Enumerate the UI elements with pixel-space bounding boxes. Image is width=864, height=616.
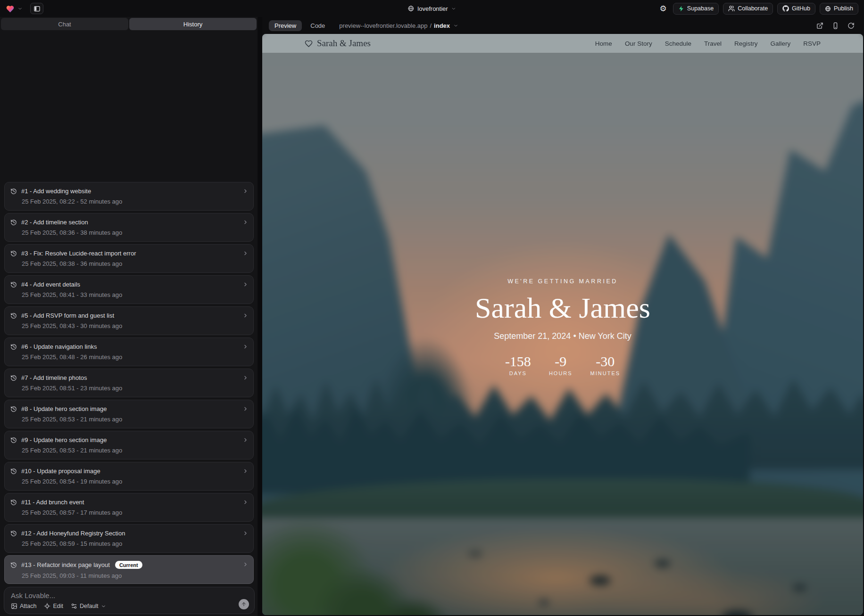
history-icon: [10, 344, 17, 350]
site-nav-links: Home Our Story Schedule Travel Registry …: [595, 40, 821, 47]
history-icon: [10, 250, 17, 257]
hero-subtitle: September 21, 2024 • New York City: [262, 331, 863, 341]
arrow-up-icon: [241, 601, 247, 607]
current-badge: Current: [115, 561, 142, 569]
supabase-bolt-icon: [678, 6, 684, 12]
site-nav-travel[interactable]: Travel: [704, 40, 722, 47]
lovable-logo-icon[interactable]: [6, 5, 15, 13]
history-item[interactable]: #12 - Add Honeyfund Registry Section 25 …: [4, 524, 254, 553]
ask-lovable-input[interactable]: [11, 591, 249, 600]
locate-target-icon: [44, 603, 50, 609]
history-item[interactable]: #6 - Update navigation links 25 Feb 2025…: [4, 337, 254, 366]
hero-content: WE'RE GETTING MARRIED Sarah & James Sept…: [262, 278, 863, 376]
history-date: 25 Feb 2025, 08:43 - 30 minutes ago: [22, 322, 247, 329]
github-icon: [782, 5, 789, 12]
history-date: 25 Feb 2025, 08:38 - 36 minutes ago: [22, 260, 247, 267]
mobile-view-icon[interactable]: [832, 22, 839, 29]
image-icon: [11, 603, 17, 609]
history-item-current[interactable]: #13 - Refactor index page layout Current…: [4, 555, 254, 584]
tab-chat[interactable]: Chat: [1, 18, 128, 30]
mode-select[interactable]: Default: [71, 603, 106, 609]
collaborate-button[interactable]: Collaborate: [723, 3, 773, 15]
settings-gear-icon[interactable]: ⚙: [658, 4, 669, 14]
current-page: index: [434, 22, 450, 29]
chevron-right-icon: [242, 281, 249, 287]
site-nav-registry[interactable]: Registry: [734, 40, 758, 47]
history-item[interactable]: #10 - Update proposal image 25 Feb 2025,…: [4, 462, 254, 491]
app-topbar: lovefrontier ⚙ Supabase Collaborate GitH…: [0, 0, 864, 17]
supabase-button[interactable]: Supabase: [673, 3, 719, 15]
history-icon: [10, 406, 17, 412]
history-date: 25 Feb 2025, 08:48 - 26 minutes ago: [22, 353, 247, 361]
chevron-right-icon: [242, 437, 249, 443]
history-item[interactable]: #7 - Add timeline photos 25 Feb 2025, 08…: [4, 369, 254, 397]
history-icon: [10, 562, 17, 568]
publish-globe-icon: [825, 6, 831, 12]
github-button[interactable]: GitHub: [777, 3, 815, 15]
history-date: 25 Feb 2025, 08:41 - 33 minutes ago: [22, 291, 247, 298]
refresh-icon[interactable]: [847, 22, 855, 29]
site-nav-schedule[interactable]: Schedule: [665, 40, 691, 47]
site-nav-rsvp[interactable]: RSVP: [803, 40, 821, 47]
history-icon: [10, 188, 17, 195]
history-item[interactable]: #3 - Fix: Resolve Lucide-react import er…: [4, 244, 254, 273]
chat-history-panel: Chat History #1 - Add wedding website 25…: [0, 17, 258, 616]
chevron-right-icon: [242, 375, 249, 381]
preview-panel: Preview Code preview--lovefrontier.lovab…: [262, 17, 864, 616]
history-item[interactable]: #11 - Add brunch event 25 Feb 2025, 08:5…: [4, 493, 254, 522]
panel-left-icon: [33, 5, 41, 12]
history-icon: [10, 219, 17, 226]
tab-preview[interactable]: Preview: [269, 20, 302, 31]
site-logo[interactable]: Sarah & James: [305, 38, 371, 49]
history-date: 25 Feb 2025, 08:53 - 21 minutes ago: [22, 447, 247, 454]
site-preview-frame: Sarah & James Home Our Story Schedule Tr…: [262, 34, 863, 615]
site-nav-home[interactable]: Home: [595, 40, 612, 47]
publish-button[interactable]: Publish: [820, 3, 858, 15]
edit-button[interactable]: Edit: [44, 603, 63, 609]
logo-chevron-down-icon[interactable]: [17, 6, 23, 11]
globe-icon: [407, 5, 414, 12]
attach-button[interactable]: Attach: [11, 603, 36, 609]
preview-url[interactable]: preview--lovefrontier.lovable.app / inde…: [339, 22, 458, 29]
history-list: #1 - Add wedding website 25 Feb 2025, 08…: [4, 182, 254, 584]
url-chevron-down-icon: [453, 23, 458, 28]
history-icon: [10, 312, 17, 319]
site-nav-gallery[interactable]: Gallery: [770, 40, 790, 47]
chevron-down-icon: [101, 604, 106, 609]
chevron-right-icon: [242, 188, 249, 194]
history-icon: [10, 281, 17, 288]
send-button[interactable]: [239, 599, 249, 609]
history-date: 25 Feb 2025, 08:59 - 15 minutes ago: [22, 540, 247, 547]
history-date: 25 Feb 2025, 08:51 - 23 minutes ago: [22, 385, 247, 392]
chevron-right-icon: [242, 499, 249, 505]
users-icon: [728, 5, 735, 12]
chevron-right-icon: [242, 468, 249, 474]
site-navbar: Sarah & James Home Our Story Schedule Tr…: [262, 34, 863, 53]
history-item[interactable]: #2 - Add timeline section 25 Feb 2025, 0…: [4, 213, 254, 242]
history-item[interactable]: #5 - Add RSVP form and guest list 25 Feb…: [4, 306, 254, 335]
countdown-minutes: -30 MINUTES: [590, 353, 621, 376]
tab-history[interactable]: History: [129, 18, 257, 30]
history-item[interactable]: #1 - Add wedding website 25 Feb 2025, 08…: [4, 182, 254, 211]
project-chevron-down-icon: [451, 6, 457, 11]
heart-icon: [305, 40, 313, 47]
history-item[interactable]: #8 - Update hero section image 25 Feb 20…: [4, 400, 254, 428]
preview-header: Preview Code preview--lovefrontier.lovab…: [262, 17, 864, 34]
history-date: 25 Feb 2025, 08:22 - 52 minutes ago: [22, 198, 247, 205]
hero-title: Sarah & James: [262, 291, 863, 325]
history-item[interactable]: #4 - Add event details 25 Feb 2025, 08:4…: [4, 275, 254, 304]
open-external-icon[interactable]: [816, 22, 823, 29]
sliders-icon: [71, 603, 77, 609]
chevron-right-icon: [242, 406, 249, 412]
site-nav-our-story[interactable]: Our Story: [625, 40, 652, 47]
project-switcher[interactable]: lovefrontier: [407, 5, 456, 12]
tab-code[interactable]: Code: [308, 20, 327, 31]
sidebar-toggle-button[interactable]: [30, 3, 43, 14]
history-date: 25 Feb 2025, 08:53 - 21 minutes ago: [22, 416, 247, 423]
prompt-composer: Attach Edit Default: [4, 587, 255, 614]
history-item[interactable]: #9 - Update hero section image 25 Feb 20…: [4, 431, 254, 460]
chevron-right-icon: [242, 312, 249, 319]
countdown-days: -158 DAYS: [505, 353, 531, 376]
project-name: lovefrontier: [417, 5, 448, 12]
history-date: 25 Feb 2025, 09:03 - 11 minutes ago: [22, 572, 247, 579]
